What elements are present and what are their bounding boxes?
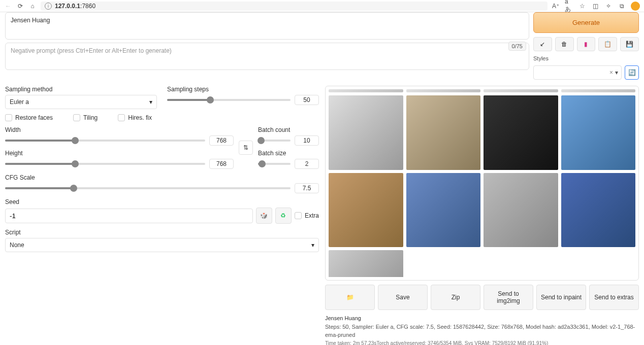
sampling-method-value: Euler a [10,98,29,106]
batch-count-label: Batch count [258,126,319,133]
info-prompt: Jensen Huang [325,314,639,323]
width-label: Width [5,126,234,133]
sampling-method-select[interactable]: Euler a ▾ [5,95,157,109]
refresh-styles-button[interactable]: 🔄 [625,65,639,80]
save-button[interactable]: Save [378,285,428,310]
swap-dimensions-button[interactable]: ⇅ [239,141,253,155]
favorites-icon[interactable]: ☆ [578,2,586,10]
restore-faces-checkbox[interactable]: Restore faces [5,114,53,121]
back-button[interactable]: ← [4,2,12,10]
send-to-img2img-button[interactable]: Send to img2img [484,285,533,310]
gallery-thumb[interactable] [329,173,403,248]
info-params: Steps: 50, Sampler: Euler a, CFG scale: … [325,323,639,339]
trash-icon[interactable]: 🗑 [555,37,574,51]
send-to-extras-button[interactable]: Send to extras [589,285,639,310]
height-label: Height [5,150,234,157]
tiling-checkbox[interactable]: Tiling [73,114,98,121]
text-size-icon[interactable]: A⁺ [552,2,560,10]
sampling-steps-value[interactable]: 50 [295,95,319,105]
width-slider[interactable] [5,140,205,142]
height-slider[interactable] [5,163,205,165]
gallery-thumb[interactable] [561,95,636,170]
browser-toolbar: ← ⟳ ⌂ i 127.0.0.1:7860 A⁺ aあ ☆ ◫ ✧ ⧉ [0,0,644,12]
arrow-tool-icon[interactable]: ↙ [533,37,552,51]
generate-button[interactable]: Generate [533,12,639,33]
gallery-thumb[interactable] [484,89,558,92]
gallery-thumb[interactable] [329,89,403,92]
url-port: :7860 [80,3,95,10]
chevron-down-icon: ▾ [149,98,152,106]
clear-icon[interactable]: × [609,69,613,76]
chevron-down-icon: ▾ [311,242,314,249]
cfg-scale-slider[interactable] [5,187,291,189]
open-folder-button[interactable]: 📁 [325,285,375,310]
save-icon[interactable]: 💾 [620,37,639,51]
extra-checkbox[interactable]: Extra [295,212,319,219]
sampling-steps-slider[interactable] [167,99,291,101]
prompt-input[interactable]: Jensen Huang [5,12,529,40]
bookmark-icon[interactable]: ▮ [577,37,596,51]
collections-icon[interactable]: ⧉ [618,2,626,10]
batch-count-slider[interactable] [258,140,291,142]
gallery-thumb[interactable] [484,173,558,248]
negative-prompt-input[interactable]: Negative prompt (press Ctrl+Enter or Alt… [5,43,529,70]
profile-avatar[interactable] [631,2,640,11]
styles-select[interactable]: × ▾ [533,65,622,80]
gallery-thumb[interactable] [329,95,403,170]
recycle-button[interactable]: ♻ [275,208,292,224]
height-value[interactable]: 768 [209,159,234,169]
split-icon[interactable]: ◫ [591,2,599,10]
styles-label: Styles [533,55,639,61]
gallery-thumb[interactable] [561,173,636,248]
width-value[interactable]: 768 [209,135,234,146]
zip-button[interactable]: Zip [431,285,480,310]
output-gallery [325,86,639,281]
info-timing: Time taken: 2m 57.23sTorch active/reserv… [325,339,639,346]
refresh-button[interactable]: ⟳ [16,2,24,10]
url-host: 127.0.0.1 [55,3,80,10]
gallery-thumb[interactable] [561,89,636,92]
token-counter: 0/75 [508,42,526,51]
caret-down-icon: ▾ [615,69,618,76]
gallery-thumb[interactable] [329,250,403,277]
browser-right-icons: A⁺ aあ ☆ ◫ ✧ ⧉ [552,2,640,11]
home-button[interactable]: ⌂ [28,2,37,10]
batch-count-value[interactable]: 10 [295,135,319,146]
address-bar[interactable]: i 127.0.0.1:7860 [41,2,548,11]
star-add-icon[interactable]: ✧ [604,2,613,10]
batch-size-label: Batch size [258,150,319,157]
dice-button[interactable]: 🎲 [256,208,272,224]
batch-size-value[interactable]: 2 [295,159,319,169]
seed-label: Seed [5,198,319,205]
gallery-thumb[interactable] [406,89,481,92]
gallery-thumb[interactable] [406,173,481,248]
script-select[interactable]: None ▾ [5,238,319,252]
generation-info: Jensen Huang Steps: 50, Sampler: Euler a… [325,314,639,345]
gallery-thumb[interactable] [406,95,481,170]
script-value: None [10,242,24,249]
info-icon: i [45,3,52,10]
cfg-scale-value[interactable]: 7.5 [295,183,319,193]
cfg-scale-label: CFG Scale [5,174,319,181]
batch-size-slider[interactable] [258,163,291,165]
sampling-method-label: Sampling method [5,86,157,93]
hires-fix-checkbox[interactable]: Hires. fix [118,114,152,121]
gallery-thumb[interactable] [484,95,558,170]
seed-input[interactable] [5,209,253,223]
send-to-inpaint-button[interactable]: Send to inpaint [536,285,586,310]
translate-icon[interactable]: aあ [565,2,573,10]
script-label: Script [5,229,319,236]
clipboard-icon[interactable]: 📋 [598,37,617,51]
sampling-steps-label: Sampling steps [167,86,319,93]
